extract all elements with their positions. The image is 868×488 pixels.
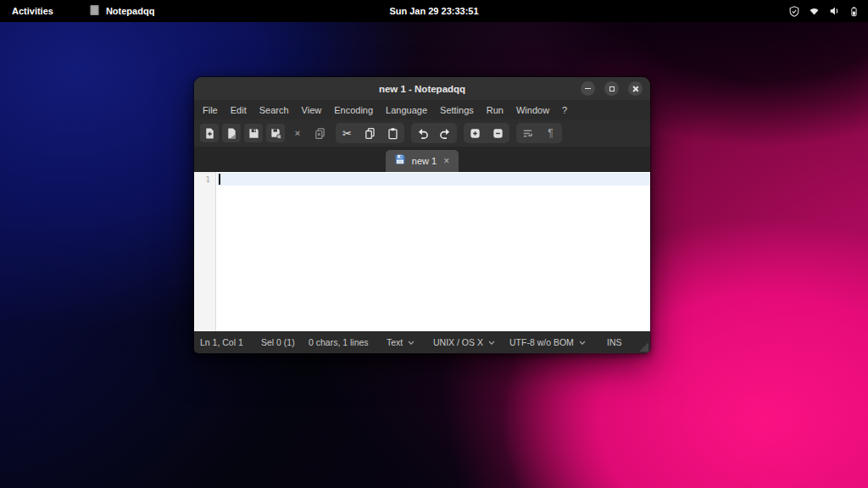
menu-search[interactable]: Search	[259, 105, 289, 115]
menu-view[interactable]: View	[302, 105, 322, 115]
menu-language[interactable]: Language	[386, 105, 427, 115]
clock[interactable]: Sun Jan 29 23:33:51	[389, 0, 478, 22]
system-status-area[interactable]	[788, 0, 860, 22]
line-number: 1	[194, 175, 210, 184]
close-icon	[632, 86, 639, 92]
view-toggles-group: ¶	[516, 123, 562, 143]
tab-new-1[interactable]: new 1 ×	[386, 150, 459, 172]
document-stats-label: 0 chars, 1 lines	[309, 331, 369, 353]
minimize-button[interactable]	[581, 81, 595, 96]
app-name-label: Notepadqq	[106, 6, 154, 16]
status-bar: Ln 1, Col 1 Sel 0 (1) 0 chars, 1 lines T…	[194, 331, 650, 353]
new-file-button[interactable]	[200, 124, 219, 142]
activities-button[interactable]: Activities	[0, 0, 65, 22]
word-wrap-button[interactable]	[518, 124, 537, 142]
chevron-down-icon	[488, 341, 495, 345]
notepadqq-window: new 1 - Notepadqq File Edit Search View …	[193, 76, 651, 354]
input-mode-indicator[interactable]: INS	[607, 331, 622, 353]
word-wrap-icon	[521, 127, 534, 140]
tab-label: new 1	[412, 156, 437, 166]
line-number-gutter: 1	[194, 172, 216, 331]
chevron-down-icon	[408, 341, 415, 345]
shield-check-icon	[788, 5, 800, 18]
paste-button[interactable]	[383, 124, 403, 142]
menu-encoding[interactable]: Encoding	[334, 105, 373, 115]
maximize-button[interactable]	[604, 81, 619, 96]
history-group	[411, 123, 457, 143]
copy-button[interactable]	[360, 124, 380, 142]
top-bar: Activities Notepadqq Sun Jan 29 23:33:51	[0, 0, 868, 22]
menu-edit[interactable]: Edit	[231, 105, 247, 115]
undo-icon	[416, 127, 429, 140]
battery-icon	[849, 5, 860, 18]
text-caret	[219, 174, 220, 185]
wifi-icon	[808, 5, 821, 17]
text-edit-region[interactable]	[217, 172, 650, 331]
menu-settings[interactable]: Settings	[440, 105, 474, 115]
save-button[interactable]	[244, 124, 263, 142]
toolbar: × ✂	[194, 119, 650, 147]
open-file-button[interactable]	[222, 124, 241, 142]
resize-grip[interactable]	[639, 342, 648, 352]
volume-icon	[828, 5, 841, 17]
chevron-down-icon	[579, 341, 586, 345]
close-all-icon	[314, 127, 326, 140]
cursor-position-label: Ln 1, Col 1	[200, 331, 243, 353]
cut-icon: ✂	[342, 128, 352, 139]
save-icon	[248, 127, 260, 140]
clipboard-group: ✂	[336, 123, 404, 143]
show-symbols-button[interactable]: ¶	[541, 124, 560, 142]
menu-bar: File Edit Search View Encoding Language …	[194, 100, 650, 119]
current-line-highlight	[217, 173, 650, 186]
show-symbols-icon: ¶	[548, 128, 553, 138]
focused-app-indicator[interactable]: Notepadqq	[89, 0, 154, 22]
zoom-out-icon	[492, 127, 504, 140]
maximize-icon	[609, 86, 615, 92]
editor-area: 1	[194, 172, 650, 331]
tab-file-icon	[394, 153, 406, 169]
redo-button[interactable]	[436, 124, 455, 142]
zoom-group	[464, 123, 509, 143]
close-button[interactable]	[628, 81, 643, 96]
close-document-button[interactable]: ×	[288, 124, 307, 142]
save-all-icon	[270, 127, 282, 140]
zoom-in-button[interactable]	[465, 124, 485, 142]
save-all-button[interactable]	[266, 124, 285, 142]
window-controls	[581, 81, 650, 96]
tab-bar: new 1 ×	[194, 147, 650, 172]
copy-icon	[364, 127, 376, 140]
tab-close-icon[interactable]: ×	[442, 156, 450, 166]
redo-icon	[439, 127, 452, 140]
paste-icon	[387, 127, 399, 140]
new-file-icon	[203, 127, 216, 140]
encoding-selector[interactable]: UTF-8 w/o BOM	[509, 331, 586, 353]
open-file-icon	[225, 127, 238, 140]
window-titlebar[interactable]: new 1 - Notepadqq	[194, 77, 650, 100]
zoom-in-icon	[469, 127, 481, 140]
menu-file[interactable]: File	[203, 105, 218, 115]
menu-window[interactable]: Window	[516, 105, 549, 115]
close-document-icon: ×	[295, 129, 300, 138]
cut-button[interactable]: ✂	[337, 124, 357, 142]
selection-label: Sel 0 (1)	[261, 331, 295, 353]
menu-run[interactable]: Run	[487, 105, 504, 115]
menu-help[interactable]: ?	[562, 105, 567, 115]
undo-button[interactable]	[413, 124, 432, 142]
close-all-button[interactable]	[310, 124, 329, 142]
language-selector[interactable]: Text	[387, 331, 415, 353]
line-endings-selector[interactable]: UNIX / OS X	[433, 331, 495, 353]
minimize-icon	[585, 88, 591, 90]
zoom-out-button[interactable]	[488, 124, 508, 142]
app-window-icon	[89, 4, 100, 18]
